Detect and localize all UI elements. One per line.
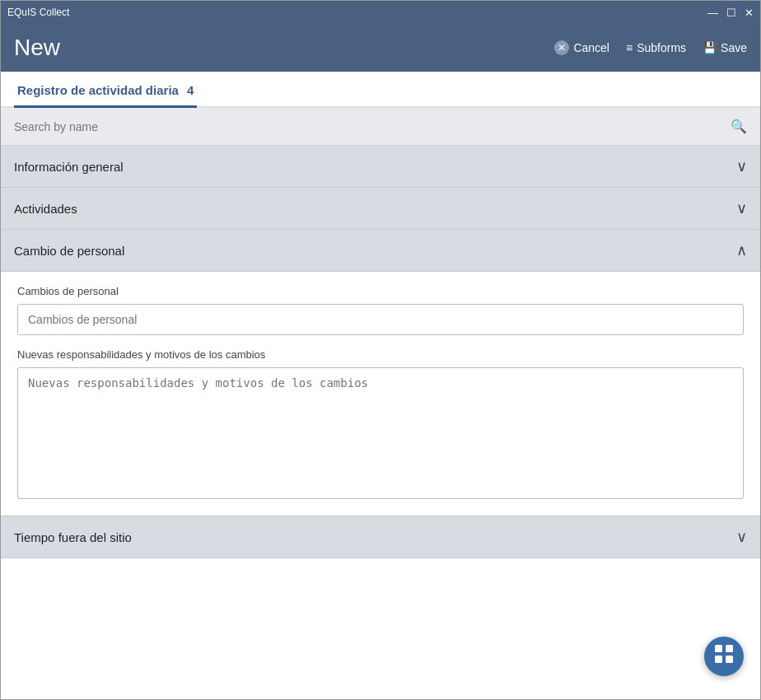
field-group-nuevas-responsabilidades: Nuevas responsabilidades y motivos de lo… bbox=[17, 348, 744, 502]
page-title: New bbox=[14, 35, 60, 61]
label-cambios-de-personal: Cambios de personal bbox=[17, 285, 744, 297]
fab-icon bbox=[713, 643, 735, 670]
svg-rect-0 bbox=[715, 645, 722, 652]
chevron-cambio-de-personal: ∧ bbox=[736, 241, 747, 259]
section-cambio-de-personal-label: Cambio de personal bbox=[14, 244, 124, 258]
chevron-actividades: ∨ bbox=[736, 199, 747, 217]
section-informacion-general[interactable]: Información general ∨ bbox=[1, 146, 760, 188]
search-input[interactable] bbox=[14, 120, 731, 133]
app-container: EQuIS Collect — ☐ ✕ New ✕ Cancel ≡ Subfo… bbox=[0, 0, 761, 700]
search-bar: 🔍 bbox=[1, 108, 760, 146]
field-group-cambios-de-personal: Cambios de personal bbox=[17, 285, 744, 335]
section-actividades-label: Actividades bbox=[14, 202, 77, 216]
svg-rect-3 bbox=[726, 656, 733, 663]
tab-registro-badge: 4 bbox=[187, 83, 194, 97]
bottom-area bbox=[1, 558, 760, 608]
minimize-button[interactable]: — bbox=[707, 7, 718, 18]
chevron-informacion-general: ∨ bbox=[736, 157, 747, 175]
app-name: EQuIS Collect bbox=[7, 7, 69, 18]
maximize-button[interactable]: ☐ bbox=[726, 7, 736, 18]
section-actividades[interactable]: Actividades ∨ bbox=[1, 188, 760, 230]
save-button[interactable]: 💾 Save bbox=[703, 41, 747, 54]
search-icon: 🔍 bbox=[731, 119, 747, 134]
label-nuevas-responsabilidades: Nuevas responsabilidades y motivos de lo… bbox=[17, 348, 744, 361]
title-bar-controls: — ☐ ✕ bbox=[707, 7, 754, 18]
section-cambio-de-personal[interactable]: Cambio de personal ∧ bbox=[1, 230, 760, 272]
close-button[interactable]: ✕ bbox=[745, 7, 754, 18]
tab-registro[interactable]: Registro de actividad diaria 4 bbox=[14, 75, 197, 108]
save-icon: 💾 bbox=[703, 41, 717, 54]
section-tiempo-fuera-del-sitio[interactable]: Tiempo fuera del sitio ∨ bbox=[1, 516, 760, 558]
section-informacion-general-label: Información general bbox=[14, 160, 124, 174]
title-bar: EQuIS Collect — ☐ ✕ bbox=[1, 1, 760, 24]
svg-rect-2 bbox=[715, 656, 722, 663]
section-tiempo-fuera-del-sitio-label: Tiempo fuera del sitio bbox=[14, 530, 132, 544]
input-cambios-de-personal[interactable] bbox=[17, 304, 744, 335]
header-actions: ✕ Cancel ≡ Subforms 💾 Save bbox=[554, 40, 747, 55]
subforms-icon: ≡ bbox=[626, 41, 633, 54]
fab-button[interactable] bbox=[704, 637, 744, 676]
tab-bar: Registro de actividad diaria 4 bbox=[1, 72, 760, 108]
chevron-tiempo-fuera-del-sitio: ∨ bbox=[736, 528, 747, 546]
subforms-label: Subforms bbox=[637, 41, 686, 54]
tab-registro-label: Registro de actividad diaria bbox=[17, 83, 179, 97]
textarea-nuevas-responsabilidades[interactable] bbox=[17, 367, 744, 499]
subforms-button[interactable]: ≡ Subforms bbox=[626, 41, 686, 54]
section-cambio-de-personal-content: Cambios de personal Nuevas responsabilid… bbox=[1, 272, 760, 516]
svg-rect-1 bbox=[726, 645, 733, 652]
cancel-button[interactable]: ✕ Cancel bbox=[554, 40, 609, 55]
header-bar: New ✕ Cancel ≡ Subforms 💾 Save bbox=[1, 24, 760, 72]
cancel-label: Cancel bbox=[573, 41, 609, 54]
save-label: Save bbox=[721, 41, 747, 54]
cancel-icon: ✕ bbox=[554, 40, 569, 55]
